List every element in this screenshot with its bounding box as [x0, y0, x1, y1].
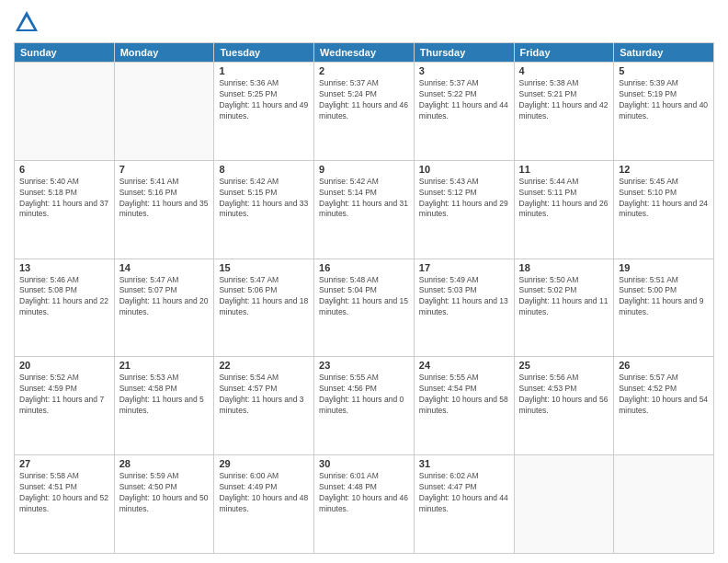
day-number: 3 [419, 65, 509, 76]
sunrise: Sunrise: 5:42 AM [219, 177, 309, 188]
daylight: Daylight: 11 hours and 29 minutes. [419, 199, 509, 221]
sunset: Sunset: 5:22 PM [419, 89, 509, 100]
day-number: 6 [19, 164, 109, 175]
sunset: Sunset: 4:58 PM [119, 384, 210, 395]
daylight: Daylight: 11 hours and 15 minutes. [319, 296, 409, 318]
calendar-cell: 6 Sunrise: 5:40 AM Sunset: 5:18 PM Dayli… [15, 160, 115, 259]
calendar-cell: 2 Sunrise: 5:37 AM Sunset: 5:24 PM Dayli… [314, 63, 415, 161]
day-info: Sunrise: 5:50 AM Sunset: 5:02 PM Dayligh… [519, 275, 609, 319]
day-info: Sunrise: 5:49 AM Sunset: 5:03 PM Dayligh… [419, 275, 509, 319]
sunrise: Sunrise: 5:48 AM [319, 275, 409, 286]
sunset: Sunset: 5:21 PM [519, 89, 609, 100]
logo [14, 9, 43, 35]
daylight: Daylight: 11 hours and 37 minutes. [19, 199, 109, 221]
day-info: Sunrise: 5:55 AM Sunset: 4:54 PM Dayligh… [419, 373, 509, 417]
calendar-cell: 8 Sunrise: 5:42 AM Sunset: 5:15 PM Dayli… [214, 160, 314, 259]
day-info: Sunrise: 5:51 AM Sunset: 5:00 PM Dayligh… [619, 275, 709, 319]
daylight: Daylight: 11 hours and 9 minutes. [619, 296, 709, 318]
daylight: Daylight: 11 hours and 13 minutes. [419, 296, 509, 318]
sunrise: Sunrise: 5:49 AM [419, 275, 509, 286]
daylight: Daylight: 11 hours and 0 minutes. [319, 395, 409, 417]
day-number: 29 [219, 458, 309, 469]
sunset: Sunset: 5:25 PM [219, 89, 309, 100]
day-number: 22 [219, 360, 309, 371]
day-number: 25 [519, 360, 609, 371]
day-number: 13 [19, 262, 109, 273]
day-info: Sunrise: 5:47 AM Sunset: 5:06 PM Dayligh… [219, 275, 309, 319]
week-row-1: 6 Sunrise: 5:40 AM Sunset: 5:18 PM Dayli… [15, 160, 714, 259]
daylight: Daylight: 11 hours and 31 minutes. [319, 199, 409, 221]
daylight: Daylight: 10 hours and 54 minutes. [619, 395, 709, 417]
logo-icon [14, 9, 40, 35]
day-number: 27 [19, 458, 109, 469]
sunset: Sunset: 4:56 PM [319, 384, 409, 395]
sunrise: Sunrise: 5:42 AM [319, 177, 409, 188]
day-header-saturday: Saturday [614, 43, 714, 63]
day-info: Sunrise: 5:38 AM Sunset: 5:21 PM Dayligh… [519, 78, 609, 122]
sunrise: Sunrise: 5:46 AM [19, 275, 109, 286]
calendar-cell: 9 Sunrise: 5:42 AM Sunset: 5:14 PM Dayli… [314, 160, 415, 259]
sunset: Sunset: 4:52 PM [619, 384, 709, 395]
calendar-cell: 27 Sunrise: 5:58 AM Sunset: 4:51 PM Dayl… [15, 455, 115, 554]
calendar-cell: 13 Sunrise: 5:46 AM Sunset: 5:08 PM Dayl… [15, 259, 115, 357]
day-info: Sunrise: 5:54 AM Sunset: 4:57 PM Dayligh… [219, 373, 309, 417]
day-info: Sunrise: 5:40 AM Sunset: 5:18 PM Dayligh… [19, 177, 109, 221]
calendar-cell [114, 63, 214, 161]
sunrise: Sunrise: 5:55 AM [319, 373, 409, 384]
header [14, 9, 714, 35]
sunset: Sunset: 4:47 PM [419, 482, 509, 493]
day-number: 18 [519, 262, 609, 273]
calendar-cell: 3 Sunrise: 5:37 AM Sunset: 5:22 PM Dayli… [414, 63, 514, 161]
calendar-cell: 19 Sunrise: 5:51 AM Sunset: 5:00 PM Dayl… [614, 259, 714, 357]
sunrise: Sunrise: 5:50 AM [519, 275, 609, 286]
sunrise: Sunrise: 5:41 AM [119, 177, 210, 188]
calendar-cell: 14 Sunrise: 5:47 AM Sunset: 5:07 PM Dayl… [114, 259, 214, 357]
daylight: Daylight: 10 hours and 58 minutes. [419, 395, 509, 417]
sunset: Sunset: 5:10 PM [619, 188, 709, 199]
day-info: Sunrise: 5:58 AM Sunset: 4:51 PM Dayligh… [19, 471, 109, 515]
day-number: 7 [119, 164, 210, 175]
calendar-cell: 22 Sunrise: 5:54 AM Sunset: 4:57 PM Dayl… [214, 357, 314, 455]
sunrise: Sunrise: 5:45 AM [619, 177, 709, 188]
sunset: Sunset: 4:51 PM [19, 482, 109, 493]
week-row-4: 27 Sunrise: 5:58 AM Sunset: 4:51 PM Dayl… [15, 455, 714, 554]
day-header-thursday: Thursday [414, 43, 514, 63]
sunrise: Sunrise: 5:36 AM [219, 78, 309, 89]
sunrise: Sunrise: 5:38 AM [519, 78, 609, 89]
day-number: 10 [419, 164, 509, 175]
day-number: 24 [419, 360, 509, 371]
sunrise: Sunrise: 5:57 AM [619, 373, 709, 384]
daylight: Daylight: 11 hours and 44 minutes. [419, 100, 509, 122]
daylight: Daylight: 11 hours and 7 minutes. [19, 395, 109, 417]
calendar-cell: 10 Sunrise: 5:43 AM Sunset: 5:12 PM Dayl… [414, 160, 514, 259]
day-number: 9 [319, 164, 409, 175]
day-info: Sunrise: 5:47 AM Sunset: 5:07 PM Dayligh… [119, 275, 210, 319]
sunrise: Sunrise: 5:52 AM [19, 373, 109, 384]
day-number: 20 [19, 360, 109, 371]
sunrise: Sunrise: 5:54 AM [219, 373, 309, 384]
day-info: Sunrise: 6:00 AM Sunset: 4:49 PM Dayligh… [219, 471, 309, 515]
day-number: 21 [119, 360, 210, 371]
sunrise: Sunrise: 5:40 AM [19, 177, 109, 188]
sunset: Sunset: 5:11 PM [519, 188, 609, 199]
day-number: 28 [119, 458, 210, 469]
calendar-body: 1 Sunrise: 5:36 AM Sunset: 5:25 PM Dayli… [15, 63, 714, 554]
day-header-wednesday: Wednesday [314, 43, 415, 63]
calendar-cell: 21 Sunrise: 5:53 AM Sunset: 4:58 PM Dayl… [114, 357, 214, 455]
calendar-cell: 26 Sunrise: 5:57 AM Sunset: 4:52 PM Dayl… [614, 357, 714, 455]
day-header-friday: Friday [514, 43, 614, 63]
calendar-cell: 1 Sunrise: 5:36 AM Sunset: 5:25 PM Dayli… [214, 63, 314, 161]
sunrise: Sunrise: 5:37 AM [419, 78, 509, 89]
sunrise: Sunrise: 5:56 AM [519, 373, 609, 384]
daylight: Daylight: 11 hours and 46 minutes. [319, 100, 409, 122]
day-number: 16 [319, 262, 409, 273]
week-row-0: 1 Sunrise: 5:36 AM Sunset: 5:25 PM Dayli… [15, 63, 714, 161]
sunset: Sunset: 5:06 PM [219, 285, 309, 296]
day-header-tuesday: Tuesday [214, 43, 314, 63]
sunset: Sunset: 4:57 PM [219, 384, 309, 395]
calendar-cell: 15 Sunrise: 5:47 AM Sunset: 5:06 PM Dayl… [214, 259, 314, 357]
day-info: Sunrise: 5:55 AM Sunset: 4:56 PM Dayligh… [319, 373, 409, 417]
calendar-cell: 5 Sunrise: 5:39 AM Sunset: 5:19 PM Dayli… [614, 63, 714, 161]
day-number: 14 [119, 262, 210, 273]
sunrise: Sunrise: 6:01 AM [319, 471, 409, 482]
